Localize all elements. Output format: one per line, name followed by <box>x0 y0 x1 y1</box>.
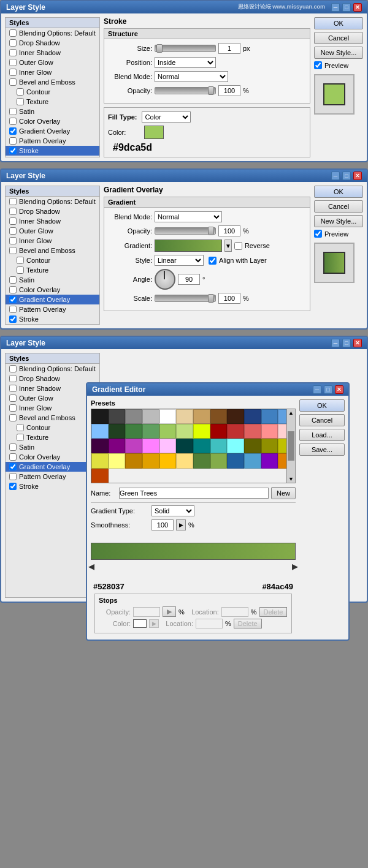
ok-button-1[interactable]: OK <box>314 17 363 29</box>
color-stop-right-icon[interactable]: ▸ <box>292 559 298 573</box>
preset-swatch-24[interactable] <box>91 439 109 453</box>
sidebar-item-drop-shadow-1[interactable]: Drop Shadow <box>6 38 99 48</box>
checkbox-bevel-1[interactable] <box>9 78 17 86</box>
preset-swatch-48[interactable] <box>91 469 109 483</box>
reverse-checkbox[interactable] <box>234 242 242 250</box>
preset-swatch-42[interactable] <box>193 453 210 468</box>
checkbox-inner-shadow-1[interactable] <box>9 49 17 56</box>
minimize-button-1[interactable]: ─ <box>331 3 340 12</box>
sidebar-item-inner-glow-1[interactable]: Inner Glow <box>6 67 99 77</box>
position-select[interactable]: Inside Outside Center <box>155 57 216 68</box>
cancel-button-2[interactable]: Cancel <box>314 200 363 213</box>
minimize-button-2[interactable]: ─ <box>331 172 340 180</box>
grad-minimize-btn[interactable]: ─ <box>313 385 321 394</box>
color-stop-left-icon[interactable]: ◂ <box>88 559 94 573</box>
sidebar-item-gradient-overlay-2[interactable]: Gradient Overlay <box>6 295 99 304</box>
checkbox-inner-glow-3[interactable] <box>9 404 17 412</box>
close-button-3[interactable]: ✕ <box>353 339 362 347</box>
checkbox-pattern-overlay-2[interactable] <box>9 306 17 313</box>
preset-swatch-0[interactable] <box>91 409 109 424</box>
sidebar-item-color-overlay-2[interactable]: Color Overlay <box>6 285 99 295</box>
new-gradient-btn[interactable]: New <box>271 487 296 499</box>
preset-swatch-28[interactable] <box>159 439 177 453</box>
preset-swatch-21[interactable] <box>244 424 261 439</box>
preset-swatch-45[interactable] <box>244 453 261 468</box>
checkbox-pattern-overlay-3[interactable] <box>9 473 17 480</box>
opacity-slider[interactable] <box>155 87 216 94</box>
opacity-input[interactable] <box>218 85 240 96</box>
preset-swatch-9[interactable] <box>244 409 261 424</box>
preset-swatch-27[interactable] <box>142 439 159 453</box>
maximize-button-2[interactable]: □ <box>342 172 351 180</box>
preset-swatch-38[interactable] <box>125 453 142 468</box>
g-opacity-input[interactable] <box>218 225 240 236</box>
checkbox-gradient-overlay-3[interactable] <box>9 463 17 470</box>
preset-swatch-15[interactable] <box>142 424 159 439</box>
checkbox-outer-glow-3[interactable] <box>9 394 17 402</box>
sidebar-item-satin-2[interactable]: Satin <box>6 275 99 285</box>
new-style-button-2[interactable]: New Style... <box>314 215 363 227</box>
preset-swatch-17[interactable] <box>176 424 193 439</box>
preset-swatch-25[interactable] <box>109 439 126 453</box>
preset-swatch-22[interactable] <box>261 424 278 439</box>
g-blend-mode-select[interactable]: Normal <box>155 211 222 222</box>
checkbox-inner-glow-2[interactable] <box>9 237 17 244</box>
checkbox-stroke-1[interactable] <box>9 147 17 154</box>
checkbox-drop-shadow-3[interactable] <box>9 375 17 382</box>
checkbox-satin-3[interactable] <box>9 443 17 451</box>
checkbox-drop-shadow-1[interactable] <box>9 39 17 47</box>
checkbox-gradient-overlay-2[interactable] <box>9 296 17 303</box>
preset-swatch-2[interactable] <box>125 409 142 424</box>
checkbox-contour-2[interactable] <box>17 257 24 264</box>
angle-input[interactable] <box>178 274 200 285</box>
smoothness-increment[interactable]: ▶ <box>176 519 186 530</box>
preset-swatch-4[interactable] <box>159 409 177 424</box>
preset-swatch-10[interactable] <box>261 409 278 424</box>
stops-color-location-input[interactable] <box>196 619 223 628</box>
preset-swatch-34[interactable] <box>261 439 278 453</box>
stops-color-increment[interactable]: ▶ <box>149 619 159 628</box>
checkbox-inner-shadow-3[interactable] <box>9 385 17 392</box>
stops-delete-btn[interactable]: Delete <box>259 607 288 617</box>
checkbox-texture-3[interactable] <box>17 434 24 441</box>
checkbox-stroke-3[interactable] <box>9 483 17 490</box>
color-swatch[interactable] <box>144 126 164 139</box>
stops-location-input[interactable] <box>221 607 248 617</box>
blend-mode-select[interactable]: Normal <box>155 71 228 82</box>
grad-close-btn[interactable]: ✕ <box>335 385 343 394</box>
grad-ok-btn[interactable]: OK <box>299 399 345 412</box>
gradient-dropdown-btn[interactable]: ▼ <box>224 240 232 252</box>
checkbox-blending-2[interactable] <box>9 198 17 205</box>
grad-save-btn[interactable]: Save... <box>299 443 345 456</box>
checkbox-contour-1[interactable] <box>17 88 24 96</box>
checkbox-pattern-overlay-1[interactable] <box>9 137 17 145</box>
preset-swatch-12[interactable] <box>91 424 109 439</box>
presets-scroll-up[interactable]: ▲ <box>287 409 295 417</box>
preset-swatch-1[interactable] <box>109 409 126 424</box>
preset-swatch-19[interactable] <box>210 424 228 439</box>
checkbox-contour-3[interactable] <box>17 424 24 431</box>
maximize-button-1[interactable]: □ <box>342 3 351 12</box>
sidebar-item-inner-glow-2[interactable]: Inner Glow <box>6 236 99 246</box>
name-input[interactable] <box>119 488 269 499</box>
sidebar-item-color-overlay-1[interactable]: Color Overlay <box>6 116 99 126</box>
presets-scroll-thumb[interactable] <box>288 431 294 461</box>
sidebar-item-outer-glow-2[interactable]: Outer Glow <box>6 226 99 236</box>
gradient-type-select[interactable]: Solid Noise <box>151 505 194 516</box>
g-style-select[interactable]: Linear Radial Angle <box>155 255 204 266</box>
sidebar-item-stroke-1[interactable]: Stroke <box>6 146 99 156</box>
preset-swatch-18[interactable] <box>193 424 210 439</box>
checkbox-color-overlay-3[interactable] <box>9 453 17 461</box>
stops-color-swatch[interactable] <box>133 619 147 628</box>
preset-swatch-31[interactable] <box>210 439 228 453</box>
checkbox-color-overlay-1[interactable] <box>9 118 17 125</box>
size-input[interactable] <box>218 43 240 54</box>
grad-cancel-btn[interactable]: Cancel <box>299 414 345 426</box>
preset-swatch-16[interactable] <box>159 424 177 439</box>
preset-swatch-43[interactable] <box>210 453 228 468</box>
checkbox-blending-3[interactable] <box>9 365 17 372</box>
sidebar-item-blending-3[interactable]: Blending Options: Default <box>6 364 99 374</box>
maximize-button-3[interactable]: □ <box>342 339 351 347</box>
sidebar-item-pattern-overlay-1[interactable]: Pattern Overlay <box>6 136 99 146</box>
preset-swatch-26[interactable] <box>125 439 142 453</box>
